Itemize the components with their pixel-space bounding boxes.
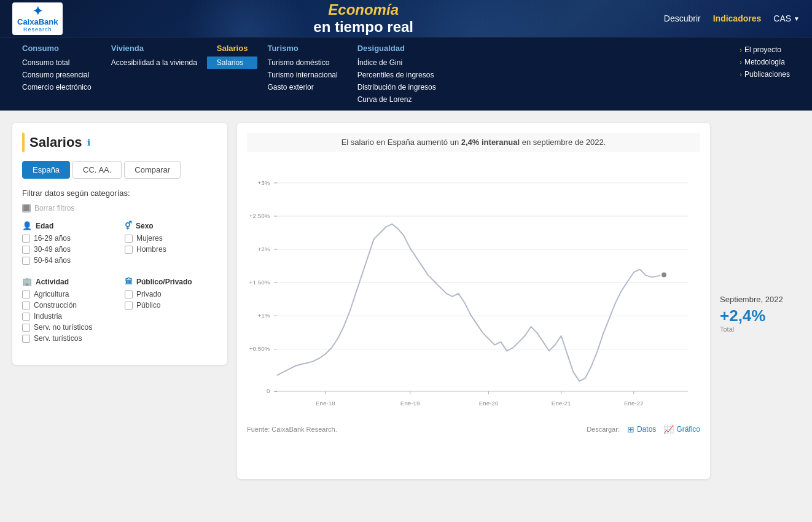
nav-items-consumo: Consumo total Consumo presencial Comerci… — [12, 56, 101, 98]
publico-privado-label: Público/Privado — [136, 278, 192, 286]
download-grafico-button[interactable]: 📈 Gráfico — [663, 424, 700, 434]
chart-descargar-label: Descargar: — [587, 426, 620, 433]
borrar-checkbox[interactable] — [22, 204, 31, 212]
tab-comparar[interactable]: Comparar — [124, 161, 181, 179]
filter-item-serv-turisticos: Serv. turísticos — [22, 334, 115, 343]
svg-point-31 — [661, 271, 667, 278]
header-title-line2: en tiempo real — [313, 18, 413, 36]
checkbox-inner — [23, 205, 29, 211]
sexo-icon: ⚥ — [125, 221, 132, 230]
checkbox-publico[interactable] — [125, 302, 133, 310]
svg-text:+2.50%: +2.50% — [249, 212, 270, 219]
tab-ccaa[interactable]: CC. AA. — [72, 161, 122, 179]
publico-privado-icon: 🏛 — [125, 277, 133, 286]
stat-date: Septiembre, 2022 — [720, 295, 800, 304]
edad-icon: 👤 — [22, 221, 32, 230]
checkbox-privado[interactable] — [125, 290, 133, 298]
filter-item-serv-no-turisticos: Serv. no turísticos — [22, 323, 115, 332]
download-datos-button[interactable]: ⊞ Datos — [627, 424, 656, 434]
chart-footer-actions: Descargar: ⊞ Datos 📈 Gráfico — [587, 424, 700, 434]
nav-item-turismo-domestico[interactable]: Turismo doméstico — [257, 56, 347, 69]
nav-item-gasto-exterior[interactable]: Gasto exterior — [257, 81, 347, 93]
lang-button[interactable]: CAS ▼ — [773, 14, 800, 23]
chart-highlight: 2,4% interanual — [461, 138, 520, 147]
svg-text:+3%: +3% — [257, 179, 270, 186]
checkbox-serv-turisticos[interactable] — [22, 335, 30, 343]
nav-item-salarios[interactable]: Salarios — [207, 56, 258, 69]
tab-group: España CC. AA. Comparar — [22, 161, 217, 179]
nav-category-vivienda[interactable]: Vivienda — [101, 37, 207, 56]
header-title: Economía en tiempo real — [313, 1, 413, 36]
nav-items-desigualdad: Índice de Gini Percentiles de ingresos D… — [348, 56, 446, 111]
filter-group-edad-title: 👤 Edad — [22, 221, 115, 230]
label-hombres: Hombres — [136, 245, 166, 254]
logo-research: Research — [23, 26, 52, 33]
nav-item-distribucion[interactable]: Distribución de ingresos — [348, 81, 446, 93]
nav-item-consumo-presencial[interactable]: Consumo presencial — [12, 69, 101, 81]
nav-item-accesibilidad[interactable]: Accesibilidad a la vivienda — [101, 56, 207, 69]
nav-category-salarios[interactable]: Salarios — [207, 37, 258, 56]
svg-text:+2%: +2% — [257, 246, 270, 252]
svg-text:Ene-19: Ene-19 — [400, 400, 420, 407]
nav-items-turismo: Turismo doméstico Turismo internacional … — [257, 56, 347, 98]
label-serv-turisticos: Serv. turísticos — [34, 334, 82, 343]
checkbox-30-49[interactable] — [22, 246, 30, 254]
chevron-icon-proyecto: › — [740, 47, 742, 53]
nav-indicadores[interactable]: Indicadores — [713, 14, 762, 23]
nav-right-proyecto[interactable]: › El proyecto — [730, 44, 800, 56]
chart-panel: El salario en España aumentó un 2,4% int… — [237, 123, 710, 479]
tab-espana[interactable]: España — [22, 161, 70, 179]
filter-item-agricultura: Agricultura — [22, 290, 115, 298]
label-serv-no-turisticos: Serv. no turísticos — [34, 323, 92, 332]
edad-label: Edad — [36, 222, 53, 230]
nav-category-consumo[interactable]: Consumo — [12, 37, 101, 56]
svg-text:0: 0 — [267, 388, 270, 394]
nav-item-turismo-internacional[interactable]: Turismo internacional — [257, 69, 347, 81]
filter-group-sexo-title: ⚥ Sexo — [125, 221, 217, 230]
nav-item-consumo-total[interactable]: Consumo total — [12, 56, 101, 69]
nav-right-metodologia[interactable]: › Metodología — [730, 56, 800, 68]
svg-text:Ene-21: Ene-21 — [552, 400, 571, 407]
filter-group-publico-privado: 🏛 Público/Privado Privado Público — [125, 277, 217, 345]
checkbox-hombres[interactable] — [125, 246, 133, 254]
stat-label: Total — [720, 325, 800, 333]
nav-item-comercio[interactable]: Comercio electrónico — [12, 81, 101, 93]
chart-desc-text2: en septiembre de 2022. — [522, 138, 606, 147]
chart-area: +3% +2.50% +2% +1.50% +1% +0.50% 0 — [247, 162, 700, 419]
nav-item-gini[interactable]: Índice de Gini — [348, 56, 446, 69]
checkbox-50-64[interactable] — [22, 257, 30, 265]
svg-text:+1.50%: +1.50% — [249, 279, 270, 286]
header-nav: Descubrir Indicadores CAS ▼ — [664, 14, 800, 23]
logo-star: ✦ — [33, 5, 43, 17]
lang-text: CAS — [773, 14, 791, 23]
filter-group-edad: 👤 Edad 16-29 años 30-49 años 50-64 años — [22, 221, 115, 267]
checkbox-16-29[interactable] — [22, 235, 30, 243]
nav-item-percentiles[interactable]: Percentiles de ingresos — [348, 69, 446, 81]
info-icon[interactable]: ℹ — [87, 138, 90, 147]
filter-item-publico: Público — [125, 301, 217, 310]
actividad-label: Actividad — [36, 278, 69, 286]
label-50-64: 50-64 años — [34, 256, 71, 265]
filter-title: Filtrar datos según categorías: — [22, 189, 217, 198]
checkbox-construccion[interactable] — [22, 302, 30, 310]
nav-right-metodologia-label: Metodología — [744, 58, 785, 66]
nav-category-turismo[interactable]: Turismo — [257, 37, 347, 56]
checkbox-serv-no-turisticos[interactable] — [22, 324, 30, 332]
filter-group-publico-privado-title: 🏛 Público/Privado — [125, 277, 217, 286]
checkbox-industria[interactable] — [22, 313, 30, 321]
header: ✦ CaixaBank Research Economía en tiempo … — [0, 0, 812, 37]
nav-descubrir[interactable]: Descubrir — [664, 14, 701, 23]
nav-category-desigualdad[interactable]: Desigualdad — [348, 37, 446, 56]
nav-section-vivienda: Vivienda Accesibilidad a la vivienda — [101, 37, 207, 111]
filter-item-hombres: Hombres — [125, 245, 217, 254]
nav-right-publicaciones[interactable]: › Publicaciones — [730, 68, 800, 80]
checkbox-agricultura[interactable] — [22, 290, 30, 298]
filter-group-sexo: ⚥ Sexo Mujeres Hombres — [125, 221, 217, 267]
filter-item-16-29: 16-29 años — [22, 234, 115, 243]
checkbox-mujeres[interactable] — [125, 235, 133, 243]
filter-group-actividad: 🏢 Actividad Agricultura Construcción Ind… — [22, 277, 115, 345]
actividad-icon: 🏢 — [22, 277, 32, 286]
svg-text:Ene-22: Ene-22 — [624, 400, 644, 407]
nav-item-lorenz[interactable]: Curva de Lorenz — [348, 93, 446, 106]
page-title: Salarios — [29, 134, 82, 150]
